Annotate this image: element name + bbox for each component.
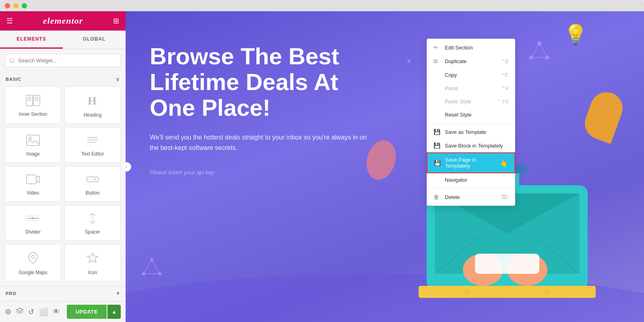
widget-inner-section[interactable]: Inner Section [5, 86, 61, 124]
svg-line-39 [531, 234, 580, 274]
svg-rect-40 [419, 286, 596, 298]
search-input[interactable] [5, 54, 121, 67]
menu-item-duplicate[interactable]: ⧉ Duplicate ⌃D [427, 54, 515, 68]
svg-line-38 [435, 234, 483, 274]
menu-item-paste-label: Paste [445, 85, 458, 91]
bottom-toolbar: ⚙ ↺ ⬜ 👁 UPDATE ▲ [0, 301, 126, 322]
widget-label-video: Video [27, 190, 39, 196]
minimize-button[interactable] [13, 3, 19, 8]
pro-section-label[interactable]: PRO ∨ [0, 286, 126, 300]
main-canvas: 💡 [126, 11, 644, 322]
context-menu: ✏ Edit Section ⧉ Duplicate ⌃D Copy ⌃C Pa… [427, 39, 515, 206]
video-icon [26, 174, 40, 187]
widget-icon[interactable]: Icon [64, 244, 121, 281]
widget-text-editor[interactable]: Text Editor [64, 127, 121, 163]
widget-label-button: Button [86, 190, 100, 196]
widget-heading[interactable]: H Heading [64, 86, 121, 124]
left-panel: ☰ elementor ⊞ ELEMENTS GLOBAL BASIC ∨ [0, 11, 126, 322]
menu-item-delete[interactable]: 🗑 Delete ⌦ [427, 190, 515, 204]
fullscreen-button[interactable] [22, 3, 27, 8]
menu-item-copy-label: Copy [445, 72, 457, 78]
preview-icon[interactable]: 👁 [53, 308, 60, 316]
widget-button[interactable]: Button [64, 166, 121, 202]
widget-google-maps[interactable]: Google Maps [5, 244, 61, 281]
menu-item-edit-section[interactable]: ✏ Edit Section [427, 41, 515, 54]
elementor-header: ☰ elementor ⊞ [0, 11, 126, 31]
tab-elements[interactable]: ELEMENTS [0, 31, 63, 49]
panel-tabs: ELEMENTS GLOBAL [0, 31, 126, 49]
paste-style-shortcut: ⌃⇧V [497, 99, 508, 105]
text-editor-icon [86, 135, 99, 148]
svg-point-25 [545, 55, 549, 59]
menu-item-save-block[interactable]: 💾 Save Block in Templately [427, 139, 515, 152]
widget-label-divider: Divider [25, 229, 40, 235]
cursor-hand-icon: 👆 [499, 158, 508, 167]
menu-item-save-page[interactable]: 💾 Save Page in Templately 👆 [427, 152, 515, 173]
menu-item-save-block-label: Save Block in Templately [445, 143, 503, 149]
trash-icon: 🗑 [433, 194, 441, 200]
menu-item-paste-style[interactable]: Paste Style ⌃⇧V [427, 95, 515, 108]
menu-item-edit-section-label: Edit Section [445, 45, 473, 51]
menu-item-paste-style-label: Paste Style [445, 98, 471, 105]
widget-divider[interactable]: Divider [5, 205, 61, 241]
grid-icon[interactable]: ⊞ [113, 16, 119, 25]
collapse-panel-button[interactable]: ‹ [122, 162, 131, 172]
menu-item-reset-style-label: Reset Style [445, 112, 471, 118]
widget-video[interactable]: Video [5, 166, 61, 202]
responsive-icon[interactable]: ⬜ [39, 308, 48, 316]
divider-icon [26, 213, 40, 226]
svg-rect-14 [27, 175, 36, 184]
menu-item-reset-style[interactable]: Reset Style [427, 108, 515, 121]
svg-point-41 [463, 254, 503, 286]
image-icon [26, 135, 40, 148]
update-wrap: UPDATE ▲ [67, 305, 121, 319]
svg-point-30 [142, 272, 145, 275]
widget-label-inner-section: Inner Section [19, 111, 47, 117]
tab-global[interactable]: GLOBAL [63, 31, 126, 49]
history-icon[interactable]: ↺ [28, 308, 34, 316]
templately-page-icon: 💾 [434, 160, 441, 166]
svg-point-24 [529, 55, 533, 59]
menu-item-navigator-label: Navigator [445, 177, 467, 183]
templately-block-icon: 💾 [433, 142, 441, 149]
menu-item-save-page-label: Save Page in Templately [445, 157, 492, 169]
pencil-icon: ✏ [433, 44, 441, 51]
map-icon [27, 252, 39, 267]
hero-subtitle: We'll send you the hottest deals straigh… [150, 132, 375, 153]
widget-spacer[interactable]: Spacer [64, 205, 121, 241]
menu-item-paste[interactable]: Paste ⌃V [427, 82, 515, 95]
widget-image[interactable]: Image [5, 127, 61, 163]
menu-item-navigator[interactable]: Navigator [427, 173, 515, 187]
hamburger-icon[interactable]: ☰ [6, 16, 13, 25]
chevron-down-icon: ∨ [116, 76, 120, 82]
button-icon [86, 174, 99, 187]
layers-icon[interactable] [16, 307, 23, 316]
svg-point-47 [464, 289, 470, 295]
update-dropdown-button[interactable]: ▲ [107, 305, 121, 319]
save-template-icon: 💾 [433, 129, 441, 135]
hero-title: Browse The Best Lifetime Deals At One Pl… [150, 43, 375, 120]
widget-label-spacer: Spacer [85, 229, 100, 235]
menu-item-save-template-label: Save as Template [445, 129, 486, 135]
update-button[interactable]: UPDATE [67, 305, 107, 319]
menu-item-delete-label: Delete [445, 194, 460, 200]
menu-divider-1 [427, 123, 515, 123]
menu-item-copy[interactable]: Copy ⌃C [427, 68, 515, 82]
basic-section-label[interactable]: BASIC ∨ [0, 72, 126, 86]
basic-label: BASIC [6, 77, 21, 82]
svg-point-21 [31, 255, 35, 258]
app-body: ☰ elementor ⊞ ELEMENTS GLOBAL BASIC ∨ [0, 11, 644, 322]
settings-icon[interactable]: ⚙ [5, 308, 11, 316]
svg-point-23 [537, 41, 541, 45]
menu-item-save-template[interactable]: 💾 Save as Template [427, 125, 515, 139]
menu-item-duplicate-label: Duplicate [445, 58, 466, 64]
duplicate-shortcut: ⌃D [501, 59, 508, 64]
spacer-icon [86, 213, 99, 226]
svg-line-27 [539, 43, 547, 57]
api-key-note: Please insert your api key [150, 169, 375, 176]
close-button[interactable] [5, 3, 10, 8]
svg-point-29 [150, 258, 153, 261]
svg-rect-9 [27, 135, 39, 146]
duplicate-icon: ⧉ [433, 58, 441, 65]
svg-text:H: H [88, 94, 97, 107]
